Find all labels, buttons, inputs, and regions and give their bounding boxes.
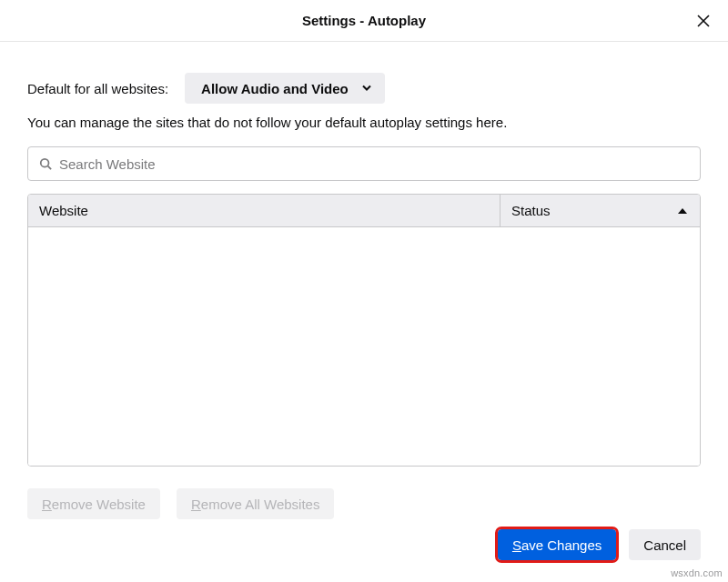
column-header-status[interactable]: Status <box>500 195 700 226</box>
save-changes-button[interactable]: Save Changes <box>498 529 616 560</box>
table-body <box>28 227 700 466</box>
actions-right: Save Changes Cancel <box>498 529 701 560</box>
actions-left: Remove Website Remove All Websites <box>27 488 701 519</box>
close-button[interactable] <box>690 7 717 35</box>
dialog-title: Settings - Autoplay <box>302 13 426 28</box>
column-header-website[interactable]: Website <box>28 195 500 226</box>
cancel-button[interactable]: Cancel <box>629 529 701 560</box>
description-text: You can manage the sites that do not fol… <box>27 115 701 130</box>
close-icon <box>695 13 712 29</box>
chevron-down-icon <box>361 81 372 96</box>
remove-all-websites-button[interactable]: Remove All Websites <box>177 488 334 519</box>
default-dropdown[interactable]: Allow Audio and Video <box>185 73 385 104</box>
search-field-wrap[interactable] <box>27 146 701 181</box>
default-row: Default for all websites: Allow Audio an… <box>27 73 701 104</box>
dialog-titlebar: Settings - Autoplay <box>0 0 728 42</box>
remove-website-button[interactable]: Remove Website <box>27 488 160 519</box>
svg-line-3 <box>48 166 52 170</box>
search-icon <box>39 157 52 170</box>
watermark-text: wsxdn.com <box>671 567 723 578</box>
dialog-content: Default for all websites: Allow Audio an… <box>0 42 728 519</box>
search-input[interactable] <box>59 156 689 172</box>
table-header: Website Status <box>28 195 700 227</box>
default-label: Default for all websites: <box>27 81 168 96</box>
dropdown-value: Allow Audio and Video <box>201 81 349 96</box>
svg-point-2 <box>41 159 49 167</box>
website-table: Website Status <box>27 194 701 467</box>
sort-ascending-icon <box>678 208 687 214</box>
